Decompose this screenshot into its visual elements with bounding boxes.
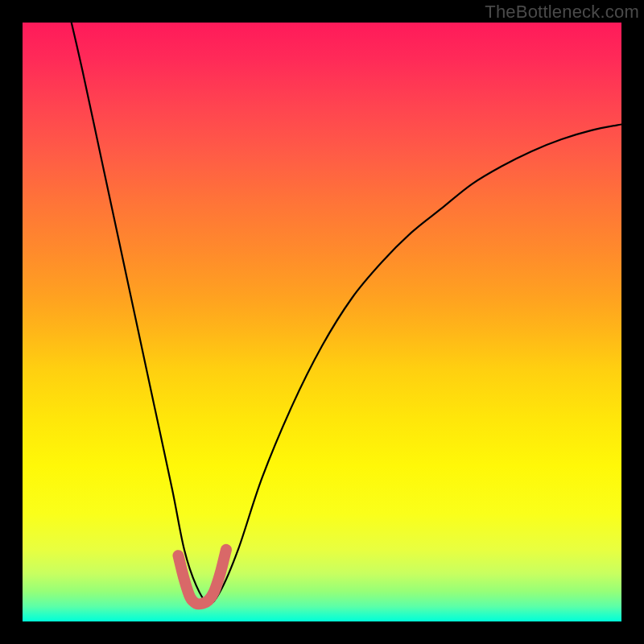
watermark-text: TheBottleneck.com xyxy=(485,2,639,23)
chart-frame xyxy=(23,23,621,621)
bottleneck-curve-svg xyxy=(23,23,621,621)
bottleneck-curve xyxy=(64,23,621,604)
plot-area xyxy=(23,23,621,621)
